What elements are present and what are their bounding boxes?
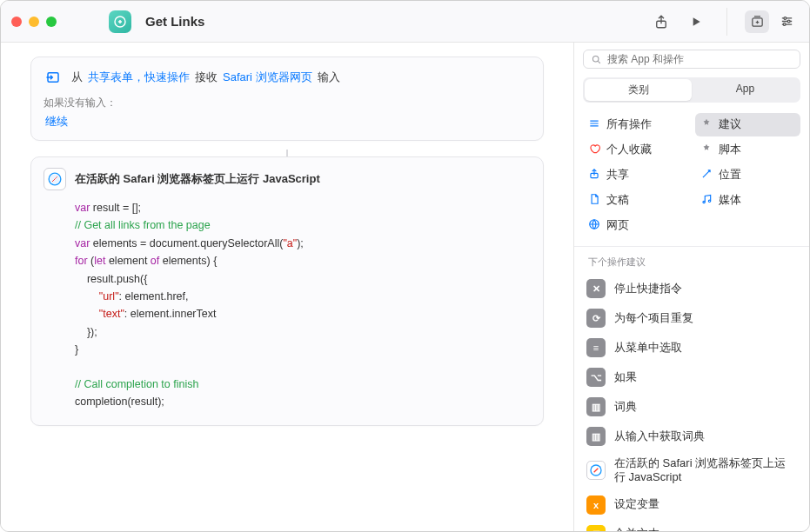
minimize-icon[interactable] [29, 17, 39, 27]
no-input-label: 如果没有输入： [44, 96, 531, 110]
settings-toggle-button[interactable] [774, 10, 799, 33]
category-网页[interactable]: 网页 [583, 214, 688, 237]
suggestion-icon: x [586, 495, 606, 515]
category-label: 文稿 [606, 193, 629, 208]
suggestion-item[interactable]: ≣合并文本 [574, 520, 809, 532]
search-input[interactable] [607, 53, 793, 65]
connector [286, 150, 288, 156]
category-label: 位置 [719, 168, 741, 183]
category-建议[interactable]: 建议 [695, 113, 800, 136]
category-icon [588, 218, 600, 233]
svg-point-4 [787, 20, 790, 23]
receive-source-token[interactable]: 共享表单，快速操作 [88, 70, 190, 85]
receive-type-token[interactable]: Safari 浏览器网页 [223, 70, 312, 85]
javascript-code-editor[interactable]: var result = []; // Get all links from t… [31, 196, 543, 425]
search-wrap [574, 43, 809, 74]
window-body: 从 共享表单，快速操作 接收 Safari 浏览器网页 输入 如果没有输入： 继… [1, 43, 809, 531]
category-共享[interactable]: 共享 [583, 163, 688, 187]
window-title: Get Links [145, 14, 204, 29]
actions-sidebar: 类别 App 所有操作建议个人收藏脚本共享位置文稿媒体网页 下个操作建议 ✕停止… [573, 43, 809, 531]
segment-app[interactable]: App [692, 79, 799, 101]
svg-point-5 [783, 23, 786, 26]
category-label: 网页 [606, 218, 629, 233]
category-icon [700, 168, 713, 183]
no-input-value[interactable]: 继续 [44, 114, 531, 130]
category-app-segment[interactable]: 类别 App [583, 77, 800, 103]
suggestion-label: 词典 [614, 400, 797, 414]
shortcut-icon [109, 10, 131, 33]
safari-icon [44, 168, 66, 190]
action-header: 在活跃的 Safari 浏览器标签页上运行 JavaScript [31, 157, 543, 196]
category-label: 媒体 [719, 193, 741, 208]
suggestion-label: 合并文本 [614, 527, 797, 531]
category-所有操作[interactable]: 所有操作 [583, 113, 688, 136]
category-媒体[interactable]: 媒体 [695, 189, 800, 212]
suggestion-icon [586, 461, 606, 480]
suggestions-list: ✕停止快捷指令⟳为每个项目重复≡从菜单中选取⌥如果▥词典▥从输入中获取词典在活跃… [574, 274, 809, 531]
suggestion-icon: ✕ [586, 279, 606, 298]
category-icon [700, 143, 713, 157]
action-title: 在活跃的 Safari 浏览器标签页上运行 JavaScript [75, 171, 320, 187]
suggestion-label: 从菜单中选取 [614, 341, 797, 355]
category-label: 脚本 [719, 143, 741, 157]
suggestion-item[interactable]: ▥词典 [574, 392, 809, 422]
category-label: 所有操作 [606, 117, 652, 132]
suggestion-item[interactable]: ⟳为每个项目重复 [574, 303, 809, 333]
suggestion-icon: ▥ [586, 397, 606, 416]
suggestion-item[interactable]: ⌥如果 [574, 362, 809, 392]
category-个人收藏[interactable]: 个人收藏 [583, 138, 688, 162]
search-icon [591, 54, 602, 65]
suggestion-icon: ⟳ [586, 309, 606, 328]
titlebar: Get Links [1, 1, 809, 43]
svg-point-3 [783, 17, 786, 20]
category-label: 共享 [606, 168, 629, 183]
run-javascript-card[interactable]: 在活跃的 Safari 浏览器标签页上运行 JavaScript var res… [30, 156, 544, 426]
run-button[interactable] [683, 9, 709, 35]
suggestion-icon: ⌥ [586, 368, 606, 387]
suggestion-label: 为每个项目重复 [614, 311, 797, 325]
receive-input-card[interactable]: 从 共享表单，快速操作 接收 Safari 浏览器网页 输入 如果没有输入： 继… [30, 57, 544, 141]
suggestion-label: 在活跃的 Safari 浏览器标签页上运行 JavaScript [614, 456, 797, 485]
share-button[interactable] [648, 9, 674, 35]
app-window: Get Links [0, 0, 810, 532]
svg-point-10 [592, 56, 599, 62]
suggestion-item[interactable]: ✕停止快捷指令 [574, 274, 809, 303]
suggestion-item[interactable]: x设定变量 [574, 490, 809, 520]
suggestion-item[interactable]: 在活跃的 Safari 浏览器标签页上运行 JavaScript [574, 451, 809, 490]
category-label: 建议 [719, 117, 741, 132]
suggestion-item[interactable]: ▥从输入中获取词典 [574, 422, 809, 451]
library-toggle-button[interactable] [745, 10, 769, 33]
receive-suffix: 输入 [318, 70, 340, 85]
suggestion-item[interactable]: ≡从菜单中选取 [574, 333, 809, 362]
category-icon [588, 168, 600, 183]
receive-verb: 接收 [195, 70, 218, 85]
input-icon [44, 68, 63, 87]
category-位置[interactable]: 位置 [695, 163, 800, 187]
suggestion-label: 如果 [614, 370, 797, 384]
suggestion-icon: ▥ [586, 427, 606, 446]
titlebar-divider [726, 8, 727, 36]
suggestion-icon: ≡ [586, 338, 606, 357]
segment-category[interactable]: 类别 [585, 79, 692, 101]
suggestion-label: 停止快捷指令 [614, 282, 797, 296]
receive-row: 从 共享表单，快速操作 接收 Safari 浏览器网页 输入 [44, 68, 531, 87]
close-icon[interactable] [11, 17, 22, 27]
suggestions-header: 下个操作建议 [574, 247, 809, 274]
category-icon [700, 193, 713, 208]
svg-point-13 [708, 200, 710, 202]
category-icon [700, 117, 713, 132]
category-脚本[interactable]: 脚本 [695, 138, 800, 162]
sidebar-tools [745, 10, 799, 33]
suggestion-label: 从输入中获取词典 [614, 429, 797, 443]
receive-prefix: 从 [71, 70, 83, 85]
category-icon [588, 117, 600, 132]
category-grid: 所有操作建议个人收藏脚本共享位置文稿媒体网页 [574, 110, 809, 247]
traffic-lights [11, 17, 57, 27]
maximize-icon[interactable] [46, 17, 57, 27]
search-field[interactable] [583, 50, 800, 69]
category-icon [588, 143, 600, 157]
svg-point-12 [703, 201, 705, 203]
category-文稿[interactable]: 文稿 [583, 189, 688, 212]
category-icon [588, 193, 600, 208]
workflow-canvas[interactable]: 从 共享表单，快速操作 接收 Safari 浏览器网页 输入 如果没有输入： 继… [1, 43, 573, 531]
